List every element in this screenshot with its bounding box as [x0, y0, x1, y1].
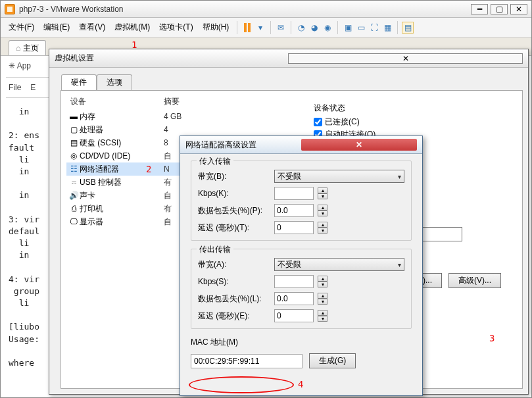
loss-l-input[interactable] — [274, 292, 314, 305]
advanced-button[interactable]: 高级(V)... — [448, 273, 501, 288]
loss-l-label: 数据包丢失(%)(L): — [198, 293, 270, 305]
advanced-network-dialog: 网络适配器高级设置 ✕ 传入传输 带宽(B): 不受限 Kbps(K): ▴▾ … — [180, 136, 423, 396]
outgoing-group: 传出传输 带宽(A): 不受限 Kbps(S): ▴▾ 数据包丢失(%)(L):… — [191, 249, 412, 329]
menu-vm[interactable]: 虚拟机(M) — [110, 20, 154, 34]
view-single-icon[interactable]: ▣ — [342, 22, 354, 34]
view-unity-icon[interactable]: ▦ — [381, 22, 393, 34]
pause-icon[interactable] — [244, 23, 251, 32]
home-tab[interactable]: ⌂ 主页 — [9, 40, 46, 55]
mac-label: MAC 地址(M) — [191, 337, 412, 348]
home-tab-label: 主页 — [23, 43, 39, 54]
titlebar: php7-3 - VMware Workstation ━ ▢ ✕ — [1, 1, 531, 18]
menu-edit[interactable]: 编辑(E) — [39, 20, 74, 34]
cpu-icon: ▢ — [68, 125, 80, 134]
settings-close-button[interactable]: ✕ — [288, 53, 523, 64]
cb-connected-input[interactable] — [314, 118, 322, 126]
incoming-group: 传入传输 带宽(B): 不受限 Kbps(K): ▴▾ 数据包丢失(%)(P):… — [191, 161, 412, 241]
home-icon: ⌂ — [16, 43, 20, 53]
mini-file[interactable]: File — [9, 83, 21, 92]
chevron-down-icon — [398, 172, 401, 181]
adv-title: 网络适配器高级设置 — [185, 139, 301, 151]
minimize-button[interactable]: ━ — [471, 4, 488, 14]
delay-e-input[interactable] — [274, 309, 314, 322]
maximize-button[interactable]: ▢ — [491, 4, 508, 14]
menu-view[interactable]: 查看(V) — [75, 20, 109, 34]
app-label: App — [17, 61, 31, 70]
sound-icon: 🔊 — [68, 191, 80, 200]
send-icon[interactable]: ✉ — [275, 22, 287, 34]
disk-icon: ▤ — [68, 138, 80, 147]
mac-section: MAC 地址(M) 生成(G) — [191, 337, 412, 371]
loss-p-spin[interactable]: ▴▾ — [318, 205, 327, 216]
delay-e-spin[interactable]: ▴▾ — [318, 310, 327, 322]
cd-icon: ◎ — [68, 151, 80, 161]
bandwidth-a-select[interactable]: 不受限 — [274, 258, 404, 271]
chevron-down-icon — [398, 260, 401, 269]
outgoing-legend: 传出传输 — [197, 244, 233, 255]
bandwidth-b-select[interactable]: 不受限 — [274, 170, 404, 183]
kbps-s-input[interactable] — [274, 275, 314, 288]
settings-title: 虚拟机设置 — [55, 53, 288, 64]
menu-file[interactable]: 文件(F) — [5, 20, 38, 34]
view-fullscreen-icon[interactable]: ⛶ — [368, 22, 380, 34]
kbps-k-spin[interactable]: ▴▾ — [318, 187, 327, 199]
bandwidth-a-label: 带宽(A): — [198, 259, 270, 270]
kbps-k-label: Kbps(K): — [198, 189, 270, 198]
adv-close-button[interactable]: ✕ — [301, 139, 417, 151]
snapshot-manage-icon[interactable]: ◉ — [322, 22, 333, 34]
adv-body: 传入传输 带宽(B): 不受限 Kbps(K): ▴▾ 数据包丢失(%)(P):… — [180, 154, 422, 378]
printer-icon: ⎙ — [68, 204, 80, 213]
close-button[interactable]: ✕ — [510, 4, 527, 14]
generate-button[interactable]: 生成(G) — [309, 353, 356, 368]
menu-tabs[interactable]: 选项卡(T) — [155, 20, 197, 34]
settings-tabs: 硬件 选项 — [49, 68, 528, 90]
mac-input[interactable] — [191, 354, 302, 368]
dev-row-memory[interactable]: ▬ 内存 4 GB — [66, 110, 297, 123]
tab-options[interactable]: 选项 — [97, 74, 132, 90]
library-icon[interactable]: ▤ — [402, 22, 414, 34]
kbps-s-spin[interactable]: ▴▾ — [318, 276, 327, 287]
snapshot-icon[interactable]: ◔ — [295, 22, 307, 34]
cb-connected[interactable]: 已连接(C) — [314, 116, 506, 128]
window-title: php7-3 - VMware Workstation — [19, 5, 471, 14]
usb-icon: ⎓ — [68, 178, 80, 187]
snapshot-back-icon[interactable]: ◕ — [308, 22, 320, 34]
dev-row-cpu[interactable]: ▢ 处理器 4 — [66, 123, 297, 136]
col-summary: 摘要 — [164, 96, 180, 107]
delay-t-input[interactable] — [274, 221, 314, 234]
kbps-k-input[interactable] — [274, 187, 314, 200]
mini-e[interactable]: E — [30, 83, 36, 92]
delay-t-spin[interactable]: ▴▾ — [318, 222, 327, 234]
bandwidth-b-label: 带宽(B): — [198, 171, 270, 182]
settings-titlebar: 虚拟机设置 ✕ — [49, 49, 528, 68]
view-console-icon[interactable]: ▭ — [355, 22, 367, 34]
display-icon: 🖵 — [68, 217, 80, 226]
menu-help[interactable]: 帮助(H) — [199, 20, 233, 34]
loss-l-spin[interactable]: ▴▾ — [318, 293, 327, 305]
incoming-legend: 传入传输 — [197, 156, 233, 167]
delay-t-label: 延迟 (毫秒)(T): — [198, 222, 270, 234]
memory-icon: ▬ — [68, 112, 80, 121]
app-icon — [5, 4, 15, 14]
loss-p-label: 数据包丢失(%)(P): — [198, 205, 270, 216]
dropdown-icon[interactable]: ▾ — [254, 22, 266, 34]
adv-titlebar: 网络适配器高级设置 ✕ — [180, 136, 422, 154]
menubar: 文件(F) 编辑(E) 查看(V) 虚拟机(M) 选项卡(T) 帮助(H) ▾ … — [1, 18, 531, 37]
loss-p-input[interactable] — [274, 204, 314, 217]
tab-hardware[interactable]: 硬件 — [61, 74, 97, 90]
col-device: 设备 — [66, 96, 164, 107]
network-icon: ☷ — [68, 164, 80, 174]
kbps-s-label: Kbps(S): — [198, 277, 270, 286]
delay-e-label: 延迟 (毫秒)(E): — [198, 311, 270, 322]
status-title: 设备状态 — [314, 103, 506, 114]
